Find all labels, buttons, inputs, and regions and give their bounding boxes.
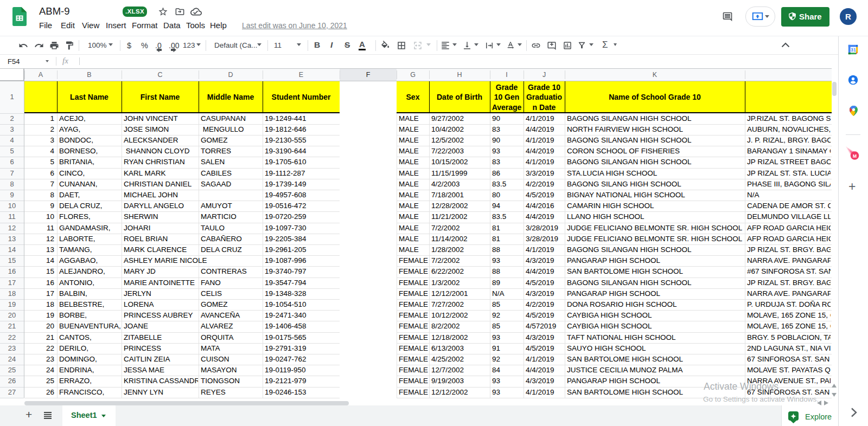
svg-text:M: M bbox=[853, 153, 857, 159]
svg-text:31: 31 bbox=[851, 47, 856, 53]
